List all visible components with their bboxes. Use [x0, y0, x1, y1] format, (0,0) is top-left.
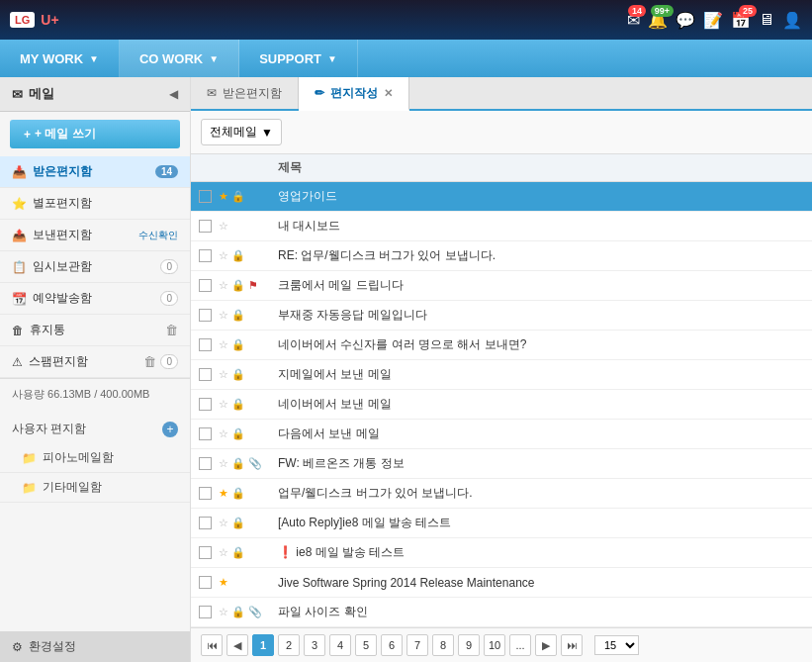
email-row[interactable]: ☆ 🔒 지메일에서 보낸 메일 [191, 360, 812, 390]
mail-badge: 14 [628, 5, 646, 17]
tab-inbox[interactable]: ✉ 받은편지함 [191, 77, 299, 109]
page-8-btn[interactable]: 8 [432, 634, 454, 656]
per-page-select[interactable]: 15 30 50 [594, 635, 639, 655]
page-4-btn[interactable]: 4 [329, 634, 351, 656]
star-icon[interactable]: ☆ [219, 546, 228, 559]
notification-badge: 99+ [651, 5, 674, 17]
sidebar-item-inbox[interactable]: 📥 받은편지함 14 [0, 156, 190, 188]
attachment-icon: 📎 [248, 606, 262, 618]
sidebar-collapse-btn[interactable]: ◀ [169, 87, 178, 101]
chat-icon[interactable]: 💬 [676, 11, 695, 30]
email-checkbox[interactable] [199, 606, 212, 618]
calendar-icon[interactable]: 📅 25 [731, 11, 751, 30]
lock-icon: 🔒 [231, 368, 245, 381]
page-1-btn[interactable]: 1 [252, 634, 274, 656]
star-icon[interactable]: ☆ [219, 427, 228, 440]
email-row[interactable]: ☆ 🔒 RE: 업무/웰디스크 버그가 있어 보냅니다. [191, 241, 812, 271]
page-6-btn[interactable]: 6 [381, 634, 403, 656]
star-icon[interactable]: ★ [219, 576, 228, 589]
email-row[interactable]: ☆ 🔒 📎 FW: 베르온즈 개통 정보 [191, 449, 812, 479]
star-icon[interactable]: ☆ [219, 309, 228, 322]
email-row[interactable]: ☆ 🔒 ❗ ie8 메일 발송 테스트 [191, 538, 812, 568]
add-folder-button[interactable]: + [162, 422, 178, 437]
email-checkbox[interactable] [199, 546, 212, 559]
lock-icon: 🔒 [231, 309, 245, 322]
tab-bar: ✉ 받은편지함 ✏ 편지작성 ✕ [191, 77, 812, 111]
sidebar-item-star[interactable]: ⭐ 별포편지함 [0, 188, 190, 220]
memo-icon[interactable]: 📝 [703, 11, 723, 30]
email-subject: Jive Software Spring 2014 Release Mainte… [278, 576, 535, 590]
header: LG U+ ✉ 14 🔔 99+ 💬 📝 📅 25 🖥 [0, 0, 812, 40]
star-icon[interactable]: ☆ [219, 338, 228, 351]
email-row[interactable]: ☆ 🔒 [Auto Reply]ie8 메일 발송 테스트 [191, 509, 812, 538]
sidebar-item-scheduled[interactable]: 📆 예약발송함 0 [0, 283, 190, 315]
email-row[interactable]: ★ 🔒 업무/웰디스크 버그가 있어 보냅니다. [191, 479, 812, 509]
email-checkbox[interactable] [199, 338, 212, 351]
email-checkbox[interactable] [199, 190, 212, 203]
page-prev-btn[interactable]: ◀ [226, 634, 248, 656]
email-row[interactable]: ★ Jive Software Spring 2014 Release Main… [191, 568, 812, 598]
mail-filter-select[interactable]: 전체메일 ▼ [201, 119, 282, 145]
star-icon[interactable]: ☆ [219, 249, 228, 262]
email-row[interactable]: ☆ 🔒 ⚑ 크룸에서 메일 드립니다 [191, 271, 812, 301]
star-icon[interactable]: ☆ [219, 457, 228, 470]
sidebar-item-trash[interactable]: 🗑 휴지통 🗑 [0, 315, 190, 346]
email-row[interactable]: ☆ 내 대시보드 [191, 212, 812, 241]
page-first-btn[interactable]: ⏮ [201, 634, 223, 656]
star-icon[interactable]: ☆ [219, 606, 228, 618]
email-row[interactable]: ☆ 🔒 📎 파일 사이즈 확인 [191, 598, 812, 627]
sidebar-item-draft[interactable]: 📋 임시보관함 0 [0, 251, 190, 283]
email-row[interactable]: ☆ 🔒 다음에서 보낸 메일 [191, 420, 812, 449]
email-checkbox[interactable] [199, 427, 212, 440]
page-5-btn[interactable]: 5 [355, 634, 377, 656]
sidebar-item-sent[interactable]: 📤 보낸편지함 수신확인 [0, 220, 190, 251]
monitor-icon[interactable]: 🖥 [759, 11, 774, 29]
email-checkbox[interactable] [199, 279, 212, 292]
page-2-btn[interactable]: 2 [278, 634, 300, 656]
user-icon[interactable]: 👤 [782, 11, 802, 30]
sent-confirm-label[interactable]: 수신확인 [138, 229, 178, 242]
email-checkbox[interactable] [199, 398, 212, 411]
star-icon[interactable]: ☆ [219, 517, 228, 529]
star-icon[interactable]: ★ [219, 190, 228, 203]
star-icon[interactable]: ☆ [219, 279, 228, 292]
compose-button[interactable]: + + 메일 쓰기 [10, 120, 180, 148]
email-checkbox[interactable] [199, 576, 212, 589]
email-checkbox[interactable] [199, 220, 212, 233]
mail-header-icon[interactable]: ✉ 14 [627, 11, 640, 30]
star-icon[interactable]: ★ [219, 487, 228, 500]
sidebar-item-spam[interactable]: ⚠ 스팸편지함 🗑 0 [0, 346, 190, 378]
tab-compose-close[interactable]: ✕ [384, 87, 393, 100]
page-3-btn[interactable]: 3 [304, 634, 325, 656]
star-icon[interactable]: ☆ [219, 368, 228, 381]
tab-compose[interactable]: ✏ 편지작성 ✕ [299, 77, 409, 111]
page-next-btn[interactable]: ▶ [535, 634, 557, 656]
nav-my-work[interactable]: MY WORK ▼ [0, 40, 120, 77]
settings-bar[interactable]: ⚙ 환경설정 [0, 631, 190, 662]
page-10-btn[interactable]: 10 [484, 634, 505, 656]
email-checkbox[interactable] [199, 309, 212, 322]
email-row[interactable]: ☆ 🔒 부재중 자동응답 메일입니다 [191, 301, 812, 331]
sidebar-item-etc-mail[interactable]: 📁 기타메일함 [0, 473, 190, 503]
email-row[interactable]: ☆ 🔒 네이버에서 보낸 메일 [191, 390, 812, 420]
star-icon[interactable]: ☆ [219, 398, 228, 411]
page-9-btn[interactable]: 9 [458, 634, 480, 656]
email-checkbox[interactable] [199, 457, 212, 470]
email-checkbox[interactable] [199, 517, 212, 529]
nav-support[interactable]: SUPPORT ▼ [239, 40, 358, 77]
nav-co-work-arrow: ▼ [209, 53, 219, 64]
star-icon[interactable]: ☆ [219, 220, 228, 233]
spam-count: 0 [160, 354, 178, 369]
user-folder-header[interactable]: 사용자 편지함 + [0, 415, 190, 443]
email-row[interactable]: ☆ 🔒 네이버에서 수신자를 여러 명으로 해서 보내면? [191, 331, 812, 360]
notification-icon[interactable]: 🔔 99+ [648, 11, 668, 30]
email-checkbox[interactable] [199, 249, 212, 262]
email-checkbox[interactable] [199, 487, 212, 500]
sidebar-header: ✉ 메일 ◀ [0, 77, 190, 112]
nav-co-work[interactable]: CO WORK ▼ [120, 40, 239, 77]
sidebar-item-piano-mail[interactable]: 📁 피아노메일함 [0, 443, 190, 473]
page-last-btn[interactable]: ⏭ [561, 634, 583, 656]
email-row[interactable]: ★ 🔒 영업가이드 [191, 182, 812, 212]
email-checkbox[interactable] [199, 368, 212, 381]
page-7-btn[interactable]: 7 [406, 634, 428, 656]
